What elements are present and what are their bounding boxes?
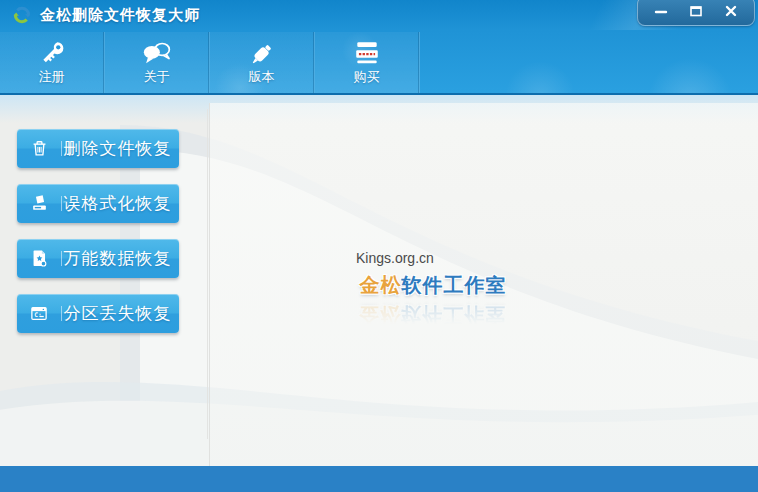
- partition-window-icon: C:: [29, 304, 49, 323]
- toolbar-label: 关于: [144, 68, 170, 86]
- sidebar-button-format-recovery[interactable]: 误格式化恢复: [17, 184, 179, 223]
- sidebar-button-universal-data-recovery[interactable]: 万能数据恢复: [17, 239, 179, 278]
- maximize-button[interactable]: [680, 0, 712, 22]
- universal-data-icon: [30, 249, 49, 268]
- sidebar-button-label: 万能数据恢复: [62, 247, 179, 270]
- minimize-icon: [653, 3, 669, 19]
- watermark-brand-gold: 金松: [360, 274, 402, 296]
- toolbar-item-version[interactable]: 版本: [210, 32, 314, 93]
- window-title: 金松删除文件恢复大师: [40, 0, 200, 30]
- maximize-icon: [688, 3, 704, 19]
- close-button[interactable]: [715, 0, 747, 22]
- minimize-button[interactable]: [645, 0, 677, 22]
- format-recovery-icon: [30, 194, 49, 213]
- watermark-brand: 金松软件工作室: [348, 272, 518, 299]
- toolbar-label: 版本: [249, 68, 275, 86]
- watermark: Kings.org.cn 金松软件工作室 金松软件工作室: [348, 250, 518, 328]
- purchase-card-icon: [353, 39, 381, 67]
- app-window: 金松删除文件恢复大师 注册: [0, 0, 758, 492]
- titlebar: 金松删除文件恢复大师: [0, 0, 758, 30]
- sidebar-button-partition-loss-recovery[interactable]: C: 分区丢失恢复: [17, 294, 179, 333]
- content-area: 删除文件恢复 误格式化恢复: [0, 95, 758, 466]
- key-icon: [37, 39, 67, 69]
- toolbar-label: 注册: [39, 68, 65, 86]
- toolbar-item-register[interactable]: 注册: [0, 32, 104, 93]
- watermark-brand-reflection: 金松软件工作室: [348, 301, 518, 328]
- sidebar-button-label: 误格式化恢复: [62, 192, 179, 215]
- sidebar-button-label: 删除文件恢复: [62, 137, 179, 160]
- sidebar-divider: [207, 109, 208, 439]
- toolbar: 注册 关于 版本: [0, 30, 758, 95]
- app-logo-icon: [11, 4, 33, 26]
- sidebar-button-deleted-file-recovery[interactable]: 删除文件恢复: [17, 129, 179, 168]
- sidebar-button-label: 分区丢失恢复: [62, 302, 179, 325]
- glue-bottle-icon: [247, 39, 277, 69]
- trash-icon: [30, 139, 49, 158]
- toolbar-item-buy[interactable]: 购买: [315, 32, 419, 93]
- footer-bar: [0, 466, 758, 492]
- toolbar-item-about[interactable]: 关于: [105, 32, 209, 93]
- watermark-brand-blue: 软件工作室: [402, 274, 507, 296]
- watermark-site-url: Kings.org.cn: [348, 250, 518, 266]
- chat-bubbles-icon: [141, 39, 173, 69]
- window-controls: [637, 0, 755, 26]
- toolbar-label: 购买: [354, 68, 380, 86]
- close-icon: [723, 3, 739, 19]
